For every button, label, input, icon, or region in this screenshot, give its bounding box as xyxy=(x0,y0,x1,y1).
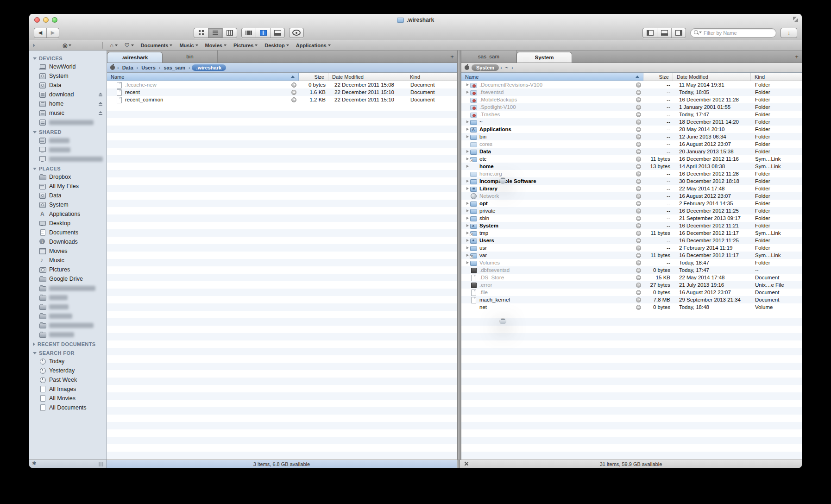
column-view-button[interactable] xyxy=(223,28,237,38)
sidebar-item-music[interactable]: music xyxy=(29,108,107,118)
search-options-caret-icon[interactable] xyxy=(699,32,702,33)
disclosure-triangle-icon[interactable] xyxy=(465,91,470,94)
file-row-home[interactable]: home 13 bytes 14 April 2013 08:38 Sym…Li… xyxy=(461,163,802,170)
go-arrow-icon[interactable] xyxy=(636,105,641,110)
gear-icon[interactable] xyxy=(32,461,37,466)
file-row-mach-kernel[interactable]: mach_kernel 7.8 MB 29 September 2013 21:… xyxy=(461,296,802,303)
go-arrow-icon[interactable] xyxy=(636,120,641,125)
disclosure-triangle-icon[interactable] xyxy=(465,239,470,242)
go-arrow-icon[interactable] xyxy=(636,201,641,206)
disclosure-triangle-icon[interactable] xyxy=(465,150,470,153)
collapse-toolbar-icon[interactable] xyxy=(33,44,35,47)
column-header-date-modified[interactable]: Date Modified xyxy=(673,73,751,81)
file-row-var[interactable]: var 11 bytes 16 December 2012 11:17 Sym…… xyxy=(461,252,802,259)
new-tab-button[interactable]: + xyxy=(792,53,802,60)
go-arrow-icon[interactable] xyxy=(291,82,296,88)
file-row-mobilebackups[interactable]: .MobileBackups -- 16 December 2012 11:28… xyxy=(461,96,802,103)
file-row-library[interactable]: Library -- 22 May 2014 17:48 Folder xyxy=(461,185,802,192)
go-arrow-icon[interactable] xyxy=(636,186,641,191)
disclosure-triangle-icon[interactable] xyxy=(465,209,470,212)
file-row-data[interactable]: Data -- 20 January 2013 15:38 Folder xyxy=(461,148,802,155)
go-arrow-icon[interactable] xyxy=(636,82,641,88)
sidebar-item-redacted[interactable] xyxy=(29,302,107,311)
file-row-recent[interactable]: recent 1.6 KB 22 December 2011 15:10 Doc… xyxy=(107,88,457,96)
go-arrow-icon[interactable] xyxy=(636,246,641,251)
disclosure-triangle-icon[interactable] xyxy=(465,187,470,190)
go-arrow-icon[interactable] xyxy=(636,297,641,302)
eject-icon[interactable] xyxy=(98,111,103,115)
file-row-private[interactable]: private -- 16 December 2012 11:25 Folder xyxy=(461,207,802,214)
go-arrow-icon[interactable] xyxy=(636,305,641,310)
menu-documents[interactable]: Documents xyxy=(141,43,173,48)
sidebar-item-music[interactable]: Music xyxy=(29,256,107,265)
column-header-kind[interactable]: Kind xyxy=(406,73,457,81)
go-arrow-icon[interactable] xyxy=(636,134,641,139)
file-row-documentrevisions-v100[interactable]: .DocumentRevisions-V100 -- 11 May 2014 1… xyxy=(461,81,802,88)
go-arrow-icon[interactable] xyxy=(636,112,641,117)
menu-applications[interactable]: Applications xyxy=(296,43,331,48)
apple-icon[interactable] xyxy=(465,65,469,70)
sidebar-item-system[interactable]: System xyxy=(29,71,107,81)
file-row-cores[interactable]: cores -- 16 August 2012 23:07 Folder xyxy=(461,140,802,148)
target-menu[interactable]: ◎ xyxy=(63,42,71,49)
sidebar-item-all-my-files[interactable]: All My Files xyxy=(29,182,107,191)
breadcrumb-data[interactable]: Data xyxy=(120,64,135,71)
left-file-list[interactable]: .fccache-new 0 bytes 22 December 2011 15… xyxy=(107,81,457,460)
minimize-button[interactable] xyxy=(43,17,49,23)
dual-pane-horizontal-button[interactable] xyxy=(271,28,284,38)
file-row-fseventsd[interactable]: .fseventsd -- Today, 18:05 Folder xyxy=(461,88,802,96)
file-row-spotlight-v100[interactable]: .Spotlight-V100 -- 1 January 2001 01:55 … xyxy=(461,103,802,111)
go-arrow-icon[interactable] xyxy=(636,283,641,288)
file-row-volumes[interactable]: Volumes -- Today, 18:47 Folder xyxy=(461,259,802,266)
sidebar-section-header[interactable]: DEVICES xyxy=(29,53,107,62)
breadcrumb-sas-sam[interactable]: sas_sam xyxy=(162,64,187,71)
column-header-kind[interactable]: Kind xyxy=(751,73,802,81)
file-row-sbin[interactable]: sbin -- 21 September 2013 09:17 Folder xyxy=(461,214,802,222)
breadcrumb-users[interactable]: Users xyxy=(139,64,157,71)
back-button[interactable]: ◀ xyxy=(34,28,47,38)
file-row-error[interactable]: .error 27 bytes 21 July 2013 19:16 Unix…… xyxy=(461,281,802,289)
file-row-~[interactable]: ~ -- 18 December 2011 14:20 Folder xyxy=(461,118,802,126)
go-arrow-icon[interactable] xyxy=(636,268,641,273)
go-arrow-icon[interactable] xyxy=(636,216,641,221)
sidebar-item-pictures[interactable]: Pictures xyxy=(29,265,107,274)
sidebar-item-download[interactable]: download xyxy=(29,90,107,99)
sidebar-item-redacted[interactable] xyxy=(29,321,107,330)
go-arrow-icon[interactable] xyxy=(636,164,641,169)
disclosure-triangle-icon[interactable] xyxy=(465,224,470,227)
sidebar-item-newworld[interactable]: NewWorld xyxy=(29,62,107,71)
go-arrow-icon[interactable] xyxy=(636,90,641,95)
column-header-size[interactable]: Size xyxy=(643,73,673,81)
go-arrow-icon[interactable] xyxy=(636,127,641,132)
column-header-size[interactable]: Size xyxy=(299,73,328,81)
coverflow-view-button[interactable] xyxy=(242,28,256,38)
file-row-tmp[interactable]: tmp 11 bytes 16 December 2012 11:17 Sym…… xyxy=(461,229,802,237)
sidebar-item-desktop[interactable]: Desktop xyxy=(29,219,107,228)
file-row-ds-store[interactable]: .DS_Store 15 KB 22 May 2014 17:48 Docume… xyxy=(461,274,802,281)
go-arrow-icon[interactable] xyxy=(291,97,296,102)
zoom-button[interactable] xyxy=(52,17,57,23)
disclosure-triangle-icon[interactable] xyxy=(465,180,470,183)
go-arrow-icon[interactable] xyxy=(636,275,641,280)
file-row-network[interactable]: Network -- 16 August 2012 23:07 Folder xyxy=(461,192,802,200)
go-arrow-icon[interactable] xyxy=(291,90,296,95)
sidebar-item-all-images[interactable]: All Images xyxy=(29,384,107,394)
go-arrow-icon[interactable] xyxy=(636,290,641,295)
go-arrow-icon[interactable] xyxy=(636,194,641,199)
sidebar-item-google-drive[interactable]: Google Drive xyxy=(29,274,107,284)
go-arrow-icon[interactable] xyxy=(636,238,641,243)
file-row-etc[interactable]: etc 11 bytes 16 December 2012 11:16 Sym…… xyxy=(461,155,802,163)
menu-movies[interactable]: Movies xyxy=(205,43,227,48)
menu-desktop[interactable]: Desktop xyxy=(264,43,289,48)
sidebar-item-home[interactable]: home xyxy=(29,99,107,108)
sidebar-item-redacted[interactable] xyxy=(29,136,107,145)
sidebar-item-redacted[interactable] xyxy=(29,154,107,164)
sidebar-item-yesterday[interactable]: Yesterday xyxy=(29,366,107,375)
sidebar-section-header[interactable]: SEARCH FOR xyxy=(29,348,107,357)
go-arrow-icon[interactable] xyxy=(636,253,641,258)
sidebar-item-redacted[interactable] xyxy=(29,118,107,127)
sidebar-item-dropbox[interactable]: Dropbox xyxy=(29,172,107,182)
column-header-name[interactable]: Name xyxy=(461,73,643,81)
filter-input[interactable] xyxy=(690,28,776,38)
disclosure-triangle-icon[interactable] xyxy=(465,246,470,249)
